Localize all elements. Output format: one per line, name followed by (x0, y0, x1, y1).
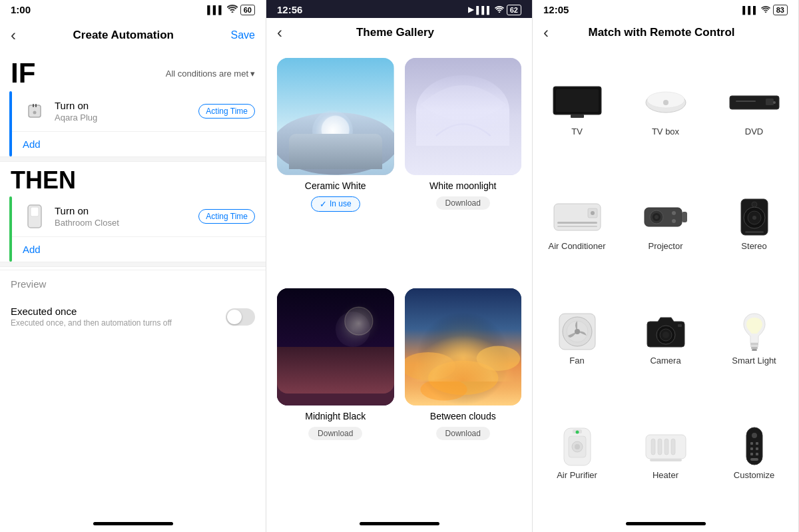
back-button-1[interactable]: ‹ (11, 26, 16, 45)
device-label-camera: Camera (650, 356, 680, 366)
home-indicator-1 (93, 522, 173, 525)
preview-label: Preview (11, 278, 255, 290)
download-badge-moonlight[interactable]: Download (436, 196, 490, 210)
svg-point-3 (33, 111, 37, 115)
svg-rect-32 (557, 226, 597, 227)
device-label-fan: Fan (569, 356, 584, 366)
if-device-action: Turn on (55, 100, 190, 111)
if-automation-row[interactable]: Turn on Aqara Plug Acting Time (12, 91, 266, 132)
theme-card-ceramic[interactable]: Ceramic White ✓ In use (277, 58, 394, 278)
svg-rect-59 (752, 349, 757, 351)
theme-name-ceramic: Ceramic White (305, 180, 366, 191)
svg-rect-76 (750, 447, 753, 450)
theme-card-midnight[interactable]: Midnight Black Download (277, 288, 394, 506)
device-label-stereo: Stereo (741, 241, 766, 251)
theme-name-moonlight: White moonlight (429, 180, 496, 191)
status-bar-2: 12:56 ▶ ▌▌▌ 62 (266, 0, 532, 18)
nav-bar-3: ‹ Match with Remote Control (533, 18, 798, 47)
device-cell-tvbox[interactable]: TV box (621, 53, 710, 167)
device-label-projector: Projector (648, 241, 682, 251)
then-device-name: Bathroom Closet (55, 218, 190, 228)
theme-thumb-ceramic (277, 58, 394, 175)
theme-card-moonlight[interactable]: White moonlight Download (405, 58, 522, 278)
then-device-action: Turn on (55, 205, 190, 216)
in-use-label: In use (330, 199, 352, 208)
device-cell-heater[interactable]: Heater (621, 397, 710, 511)
download-badge-midnight[interactable]: Download (308, 427, 362, 440)
signal-icon-3: ▌▌▌ (742, 6, 758, 14)
device-cell-stereo[interactable]: Stereo (710, 167, 798, 282)
device-label-tv: TV (571, 127, 583, 136)
device-cell-projector[interactable]: Projector (621, 167, 710, 282)
battery-icon-1: 60 (240, 5, 255, 15)
device-cell-airpurifier[interactable]: Air Purifier (533, 397, 621, 511)
fan-icon (551, 313, 604, 350)
svg-rect-58 (751, 347, 758, 349)
svg-rect-69 (665, 439, 668, 455)
then-automation-row[interactable]: Turn on Bathroom Closet Acting Time (12, 196, 266, 237)
time-1: 1:00 (11, 4, 31, 15)
device-cell-smartlight[interactable]: Smart Light (710, 282, 798, 397)
theme-thumb-midnight (277, 288, 394, 405)
status-icons-1: ▌▌▌ 60 (207, 5, 255, 15)
device-cell-dvd[interactable]: DVD (710, 53, 798, 167)
if-acting-time-badge[interactable]: Acting Time (198, 104, 255, 119)
svg-rect-77 (756, 447, 758, 450)
if-add-button[interactable]: Add (12, 132, 51, 156)
svg-rect-1 (33, 104, 34, 107)
svg-rect-55 (678, 324, 682, 327)
if-device-name: Aqara Plug (55, 113, 190, 123)
customize-icon (728, 427, 781, 465)
device-cell-camera[interactable]: Camera (621, 282, 710, 397)
tvbox-icon (639, 84, 692, 121)
then-device-info: Turn on Bathroom Closet (55, 205, 190, 228)
theme-card-clouds[interactable]: Between clouds Download (405, 288, 522, 506)
svg-rect-70 (671, 439, 675, 455)
battery-icon-3: 83 (773, 5, 788, 15)
device-cell-fan[interactable]: Fan (533, 282, 621, 397)
svg-rect-2 (35, 104, 37, 107)
executed-once-toggle[interactable] (226, 308, 255, 326)
status-bar-1: 1:00 ▌▌▌ 60 (0, 0, 266, 18)
device-cell-ac[interactable]: Air Conditioner (533, 167, 621, 282)
chevron-icon: ▾ (250, 69, 255, 79)
device-cell-customize[interactable]: Customize (710, 397, 798, 511)
executed-once-info: Executed once Executed once, and then au… (11, 306, 172, 328)
signal-icon-1: ▌▌▌ (207, 5, 224, 15)
then-section-wrapper: THEN Turn on Bathroom Closet Acting Time (0, 162, 266, 262)
device-label-dvd: DVD (745, 127, 763, 136)
then-acting-time-badge[interactable]: Acting Time (198, 209, 255, 224)
svg-point-38 (655, 215, 659, 219)
svg-point-7 (277, 113, 394, 175)
page-title-3: Match with Remote Control (549, 26, 774, 39)
wifi-icon-3 (761, 5, 770, 15)
svg-rect-39 (682, 212, 687, 222)
device-label-tvbox: TV box (652, 127, 679, 136)
download-badge-clouds[interactable]: Download (436, 427, 490, 440)
svg-point-63 (575, 444, 580, 449)
panel-theme-gallery: 12:56 ▶ ▌▌▌ 62 ‹ Theme Gallery (266, 0, 533, 532)
then-add-button[interactable]: Add (12, 237, 51, 262)
device-cell-tv[interactable]: TV (533, 53, 621, 167)
home-indicator-3 (626, 522, 706, 525)
svg-point-25 (663, 100, 668, 105)
svg-point-51 (575, 329, 580, 334)
back-button-3[interactable]: ‹ (543, 23, 549, 42)
back-button-2[interactable]: ‹ (277, 23, 282, 42)
device-label-heater: Heater (653, 470, 678, 480)
then-header: THEN (0, 162, 266, 196)
switch-icon (23, 204, 47, 228)
tv-icon (551, 84, 604, 121)
svg-rect-75 (756, 442, 758, 445)
time-3: 12:05 (543, 4, 569, 15)
svg-point-54 (663, 332, 669, 338)
wifi-icon-2 (495, 5, 504, 15)
save-button[interactable]: Save (231, 29, 255, 41)
device-label-customize: Customize (734, 470, 774, 480)
nav-bar-1: ‹ Create Automation Save (0, 18, 266, 53)
panel-create-automation: 1:00 ▌▌▌ 60 ‹ Create Automation Save IF … (0, 0, 266, 532)
page-title-1: Create Automation (63, 23, 184, 47)
page-title-2: Theme Gallery (282, 26, 508, 39)
camera-icon (639, 313, 692, 350)
svg-point-34 (591, 211, 595, 215)
